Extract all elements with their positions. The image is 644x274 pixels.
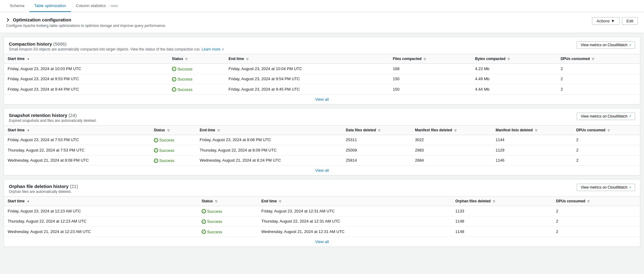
success-icon: ✓ — [202, 220, 206, 224]
orphan-view-all-row: View all — [4, 237, 640, 246]
cell-data-files: 25814 — [342, 155, 411, 165]
snapshot-table: Start time ▼ Status ▽ End time ▽ Data fi… — [4, 125, 640, 166]
snapshot-col-dpus[interactable]: DPUs consumed ▽ — [572, 125, 640, 135]
compaction-title-row: Compaction history (5686) — [9, 41, 224, 47]
compaction-table-header-row: Start time ▼ Status ▽ End time ▽ Files c… — [4, 54, 640, 64]
dropdown-icon: ▼ — [611, 19, 615, 23]
table-row: Wednesday, August 21, 2024 at 12:23 AM U… — [4, 227, 640, 237]
tabs-bar: Schema Table optimization Column statist… — [0, 0, 644, 12]
compaction-table: Start time ▼ Status ▽ End time ▽ Files c… — [4, 54, 640, 94]
cloudwatch-external-icon: ↗ — [629, 43, 631, 47]
sort-icon: ▽ — [608, 129, 610, 132]
config-subtitle: Configure Apache Iceberg table optimizat… — [6, 24, 166, 28]
cell-files-compacted: 150 — [389, 84, 471, 94]
compaction-col-dpus[interactable]: DPUs consumed ▽ — [557, 54, 640, 64]
snapshot-col-status[interactable]: Status ▽ — [150, 125, 196, 135]
snapshot-col-manifest-files[interactable]: Manifest files deleted ▽ — [411, 125, 492, 135]
tab-table-optimization[interactable]: Table optimization — [29, 0, 71, 12]
sort-icon: ▼ — [27, 58, 30, 61]
compaction-cloudwatch-button[interactable]: View metrics on CloudWatch ↗ — [577, 41, 635, 49]
edit-button[interactable]: Edit — [622, 17, 638, 25]
cell-start-time: Friday, August 23, 2024 at 9:44 PM UTC — [4, 84, 168, 94]
sort-icon: ▽ — [246, 58, 248, 61]
compaction-view-all-row: View all — [4, 94, 640, 104]
tab-column-statistics[interactable]: Column statistics - new — [71, 0, 123, 12]
compaction-view-all-link[interactable]: View all — [315, 97, 329, 102]
cell-end-time: Thursday, August 22, 2024 at 12:31 AM UT… — [258, 216, 452, 227]
snapshot-header: Snapshot retention history (24) Expired … — [4, 108, 640, 125]
cloudwatch-external-icon-3: ↗ — [629, 186, 631, 189]
snapshot-col-end-time[interactable]: End time ▽ — [196, 125, 342, 135]
table-row: Friday, August 23, 2024 at 10:03 PM UTC … — [4, 64, 640, 74]
cell-dpus: 2 — [557, 64, 640, 74]
orphan-table-header-row: Start time ▼ Status ▽ End time ▽ Orphan … — [4, 197, 640, 206]
compaction-section: Compaction history (5686) Small Amazon S… — [4, 37, 640, 104]
cell-dpus: 2 — [572, 135, 640, 145]
sort-icon: ▽ — [508, 58, 510, 61]
snapshot-title-row: Snapshot retention history (24) — [9, 113, 97, 118]
orphan-col-status[interactable]: Status ▽ — [198, 197, 258, 206]
orphan-title: Orphan file deletion history (21) — [9, 184, 78, 189]
cell-status: ✓Success — [150, 135, 196, 145]
cell-manifest-lists: 1129 — [492, 145, 572, 156]
compaction-col-end-time[interactable]: End time ▽ — [225, 54, 389, 64]
cell-data-files: 25009 — [342, 145, 411, 156]
orphan-cloudwatch-button[interactable]: View metrics on CloudWatch ↗ — [577, 184, 635, 191]
cell-start-time: Friday, August 23, 2024 at 10:03 PM UTC — [4, 64, 168, 74]
orphan-col-start-time[interactable]: Start time ▼ — [4, 197, 198, 206]
cell-status: ✓Success — [198, 216, 258, 227]
compaction-col-status[interactable]: Status ▽ — [168, 54, 225, 64]
snapshot-view-all-row: View all — [4, 165, 640, 175]
orphan-section: Orphan file deletion history (21) Orphan… — [4, 179, 640, 247]
compaction-description: Small Amazon S3 objects are automaticall… — [9, 47, 224, 51]
cell-end-time: Thursday, August 22, 2024 at 8:09 PM UTC — [196, 145, 342, 156]
sort-icon: ▽ — [185, 58, 188, 61]
cell-manifest-lists: 1146 — [492, 155, 572, 165]
expand-icon[interactable] — [6, 18, 9, 21]
compaction-learn-more[interactable]: Learn more ↗ — [202, 47, 224, 51]
sort-icon: ▽ — [493, 200, 495, 203]
orphan-view-all-link[interactable]: View all — [315, 239, 329, 244]
cell-files-compacted: 150 — [389, 74, 471, 84]
orphan-col-dpus[interactable]: DPUs consumed ▽ — [553, 197, 640, 206]
compaction-col-files[interactable]: Files compacted ▽ — [389, 54, 471, 64]
success-icon: ✓ — [172, 87, 176, 92]
cell-status: ✓Success — [150, 145, 196, 156]
sort-icon: ▽ — [378, 129, 380, 132]
tab-schema[interactable]: Schema — [5, 0, 29, 12]
sort-icon: ▽ — [454, 129, 456, 132]
external-link-icon: ↗ — [221, 48, 224, 51]
sort-icon: ▼ — [27, 200, 30, 203]
snapshot-col-manifest-lists[interactable]: Manifest lists deleted ▽ — [492, 125, 572, 135]
sort-icon: ▽ — [535, 129, 537, 132]
table-row: Friday, August 23, 2024 at 12:23 AM UTC … — [4, 206, 640, 216]
cell-manifest-files: 2884 — [411, 155, 492, 165]
actions-button[interactable]: Actions ▼ — [592, 17, 620, 25]
compaction-title: Compaction history (5686) — [9, 41, 66, 47]
snapshot-col-start-time[interactable]: Start time ▼ — [4, 125, 150, 135]
compaction-col-bytes[interactable]: Bytes compacted ▽ — [471, 54, 557, 64]
snapshot-view-all-link[interactable]: View all — [315, 168, 329, 173]
compaction-col-start-time[interactable]: Start time ▼ — [4, 54, 168, 64]
cell-status: ✓Success — [150, 155, 196, 165]
table-row: Wednesday, August 21, 2024 at 8:08 PM UT… — [4, 155, 640, 165]
cell-orphan-files: 1133 — [452, 206, 552, 216]
cell-status: ✓Success — [198, 227, 258, 237]
cell-start-time: Wednesday, August 21, 2024 at 12:23 AM U… — [4, 227, 198, 237]
snapshot-col-data-files[interactable]: Data files deleted ▽ — [342, 125, 411, 135]
cell-orphan-files: 1148 — [452, 227, 552, 237]
orphan-title-row: Orphan file deletion history (21) — [9, 184, 78, 189]
orphan-header: Orphan file deletion history (21) Orphan… — [4, 179, 640, 196]
cell-end-time: Wednesday, August 21, 2024 at 12:31 AM U… — [258, 227, 452, 237]
orphan-col-files-deleted[interactable]: Orphan files deleted ▽ — [452, 197, 552, 206]
snapshot-cloudwatch-button[interactable]: View metrics on CloudWatch ↗ — [577, 113, 635, 120]
table-row: Thursday, August 22, 2024 at 7:53 PM UTC… — [4, 145, 640, 156]
cell-status: ✓Success — [198, 206, 258, 216]
config-info: Optimization configuration Configure Apa… — [6, 17, 166, 28]
orphan-col-end-time[interactable]: End time ▽ — [258, 197, 452, 206]
cell-start-time: Thursday, August 22, 2024 at 12:23 AM UT… — [4, 216, 198, 227]
cell-manifest-files: 3022 — [411, 135, 492, 145]
config-title: Optimization configuration — [13, 17, 71, 22]
table-row: Friday, August 23, 2024 at 9:53 PM UTC ✓… — [4, 74, 640, 84]
cell-dpus: 2 — [572, 155, 640, 165]
